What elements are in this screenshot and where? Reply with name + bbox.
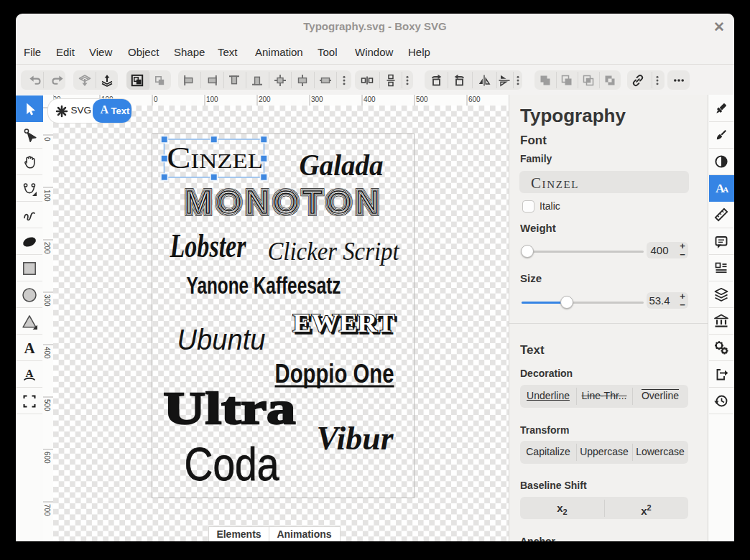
svg-text:A: A bbox=[25, 367, 33, 378]
svg-text:Ubuntu: Ubuntu bbox=[177, 323, 265, 355]
svg-text:Coda: Coda bbox=[184, 438, 279, 490]
svg-text:Ultra: Ultra bbox=[163, 382, 295, 433]
svg-text:Vibur: Vibur bbox=[316, 419, 394, 456]
svg-text:Galada: Galada bbox=[299, 148, 383, 181]
svg-text:MONOTON: MONOTON bbox=[185, 184, 383, 219]
svg-text:Clicker Script: Clicker Script bbox=[267, 237, 399, 265]
svg-text:Lobster: Lobster bbox=[169, 227, 246, 263]
svg-text:Yanone Kaffeesatz: Yanone Kaffeesatz bbox=[186, 271, 341, 298]
svg-text:A: A bbox=[24, 340, 35, 357]
svg-text:EWERT: EWERT bbox=[292, 308, 394, 337]
svg-text:A: A bbox=[723, 185, 728, 194]
svg-text:Cinzel: Cinzel bbox=[167, 141, 263, 174]
